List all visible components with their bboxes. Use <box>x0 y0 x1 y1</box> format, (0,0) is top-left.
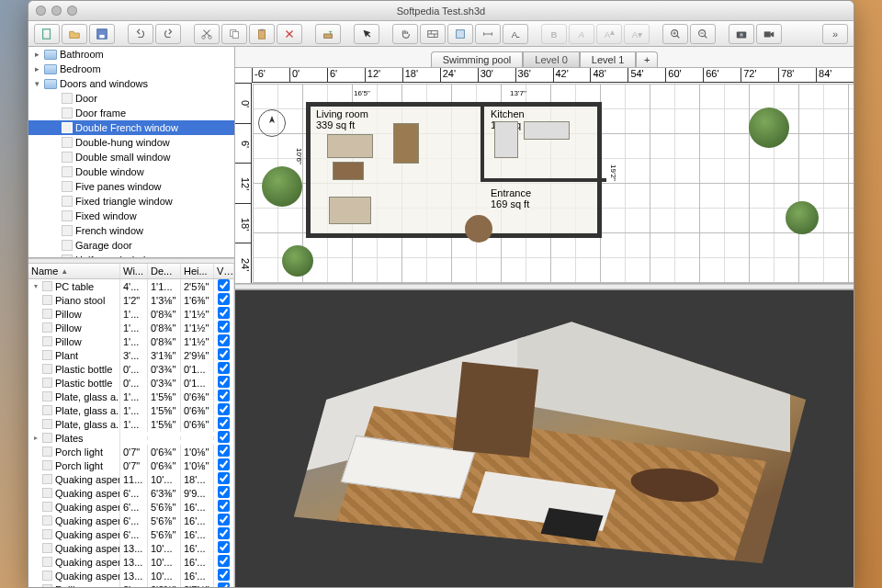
furniture-row[interactable]: Quaking aspen13...10'...16'... <box>28 555 234 569</box>
visible-checkbox[interactable] <box>218 334 230 346</box>
text-italic-button[interactable]: A <box>569 24 594 44</box>
col-height[interactable]: Hei... <box>181 264 214 278</box>
paste-button[interactable] <box>249 24 275 44</box>
visible-checkbox[interactable] <box>218 376 230 388</box>
furniture-row[interactable]: ▾PC table4'...1'1...2'5⅞" <box>28 279 234 293</box>
redo-button[interactable] <box>155 24 181 44</box>
plan-view[interactable]: -6'0'6'12'18'24'30'36'42'48'54'60'66'72'… <box>235 67 854 284</box>
visible-checkbox[interactable] <box>218 307 230 319</box>
furniture-row[interactable]: ▸Plates <box>28 431 234 445</box>
catalog-item[interactable]: Double-hung window <box>28 135 234 150</box>
visible-checkbox[interactable] <box>218 486 230 498</box>
catalog-item[interactable]: French window <box>28 223 234 238</box>
furniture-row[interactable]: Quaking aspen6'...5'6⅞"16'... <box>28 514 234 527</box>
furniture-row[interactable]: Piano stool1'2"1'3⅛"1'6⅜" <box>28 293 234 307</box>
catalog-item[interactable]: Five panes window <box>28 179 234 194</box>
catalog-item[interactable]: Double small window <box>28 150 234 164</box>
catalog-item[interactable]: Double French window <box>28 120 234 135</box>
tree-icon[interactable] <box>786 201 819 234</box>
tab-level-0[interactable]: Level 0 <box>523 51 579 67</box>
plan-canvas[interactable]: Living room339 sq ft Kitchen144 sq ft En… <box>253 84 854 283</box>
fridge-plan[interactable] <box>494 121 518 158</box>
visible-checkbox[interactable] <box>218 458 230 470</box>
visible-checkbox[interactable] <box>218 472 230 484</box>
sofa-plan[interactable] <box>327 134 373 158</box>
furniture-row[interactable]: Pillow1'...0'8¾"1'1½" <box>28 321 234 334</box>
furniture-row[interactable]: Plate, glass a...1'...1'5⅝"0'6⅜" <box>28 417 234 431</box>
furniture-row[interactable]: Railing3'...0'3⅜"2'7⅛" <box>28 582 234 587</box>
furniture-row[interactable]: Quaking aspen13...10'...16'... <box>28 569 234 582</box>
catalog-item[interactable]: Door <box>28 91 234 106</box>
catalog-item[interactable]: Door frame <box>28 106 234 120</box>
furniture-row[interactable]: Plastic bottle0'...0'3¾"0'1... <box>28 362 234 376</box>
zoom-out-button[interactable] <box>690 24 716 44</box>
visible-checkbox[interactable] <box>218 514 230 526</box>
counter-plan[interactable] <box>524 121 570 140</box>
close-icon[interactable] <box>36 6 46 16</box>
furniture-row[interactable]: Plant3'...3'1⅜"2'9⅛" <box>28 348 234 362</box>
furniture-row[interactable]: Porch light0'7"0'6¾"1'0⅛" <box>28 445 234 458</box>
furniture-row[interactable]: Plate, glass a...1'...1'5⅝"0'6⅜" <box>28 390 234 403</box>
furniture-row[interactable]: Quaking aspen6'...5'6⅞"16'... <box>28 527 234 541</box>
visible-checkbox[interactable] <box>218 403 230 415</box>
text-increase-button[interactable]: A▴ <box>596 24 622 44</box>
add-furniture-button[interactable] <box>315 24 341 44</box>
new-button[interactable] <box>34 24 60 44</box>
visible-checkbox[interactable] <box>218 555 230 567</box>
visible-checkbox[interactable] <box>218 417 230 429</box>
tree-icon[interactable] <box>282 245 313 277</box>
furniture-row[interactable]: Quaking aspen11...10'...18'... <box>28 472 234 486</box>
catalog-item[interactable]: Garage door <box>28 238 234 253</box>
round-table-plan[interactable] <box>465 215 492 243</box>
zoom-in-button[interactable] <box>662 24 688 44</box>
catalog-tree[interactable]: ▸Bathroom▸Bedroom▾Doors and windowsDoorD… <box>28 47 234 258</box>
table-plan[interactable] <box>333 162 364 180</box>
tree-icon[interactable] <box>749 107 789 148</box>
visible-checkbox[interactable] <box>218 321 230 333</box>
catalog-category[interactable]: ▸Bedroom <box>28 62 234 76</box>
furniture-row[interactable]: Plate, glass a...1'...1'5⅝"0'6⅜" <box>28 403 234 417</box>
3d-view[interactable] <box>235 289 854 587</box>
furniture-row[interactable]: Plastic bottle0'...0'3¾"0'1... <box>28 376 234 390</box>
cabinet-plan[interactable] <box>393 123 419 164</box>
col-name[interactable]: Name ▲ <box>28 264 120 278</box>
select-tool-button[interactable] <box>354 24 379 44</box>
text-decrease-button[interactable]: A▾ <box>624 24 650 44</box>
visible-checkbox[interactable] <box>218 362 230 374</box>
open-button[interactable] <box>62 24 87 44</box>
catalog-item[interactable]: Fixed triangle window <box>28 194 234 209</box>
visible-checkbox[interactable] <box>218 348 230 360</box>
cut-button[interactable] <box>194 24 220 44</box>
pan-tool-button[interactable] <box>392 24 418 44</box>
catalog-item[interactable]: Double window <box>28 164 234 179</box>
tree-icon[interactable] <box>262 166 302 207</box>
furniture-list[interactable]: Name ▲ Wi... De... Hei... Vi... ▾PC tabl… <box>28 264 234 587</box>
visible-checkbox[interactable] <box>218 500 230 512</box>
furniture-list-header[interactable]: Name ▲ Wi... De... Hei... Vi... <box>28 264 234 279</box>
tab-level-1[interactable]: Level 1 <box>580 51 636 67</box>
furniture-row[interactable]: Quaking aspen6'...6'3⅜"9'9... <box>28 486 234 500</box>
visible-checkbox[interactable] <box>218 527 230 539</box>
tab-swimming-pool[interactable]: Swimming pool <box>431 51 524 67</box>
minimize-icon[interactable] <box>51 6 62 16</box>
visible-checkbox[interactable] <box>218 431 230 443</box>
photo-button[interactable] <box>729 24 754 44</box>
house-outline[interactable]: Living room339 sq ft Kitchen144 sq ft En… <box>306 102 602 238</box>
visible-checkbox[interactable] <box>218 569 230 581</box>
visible-checkbox[interactable] <box>218 445 230 457</box>
col-visible[interactable]: Vi... <box>214 264 234 278</box>
undo-button[interactable] <box>128 24 153 44</box>
zoom-icon[interactable] <box>67 6 77 16</box>
delete-button[interactable] <box>277 24 302 44</box>
dining-plan[interactable] <box>329 197 371 224</box>
text-tool-button[interactable]: A <box>503 24 528 44</box>
visible-checkbox[interactable] <box>218 293 230 305</box>
catalog-item[interactable]: Fixed window <box>28 209 234 223</box>
copy-button[interactable] <box>221 24 247 44</box>
furniture-row[interactable]: Quaking aspen13...10'...16'... <box>28 541 234 555</box>
col-width[interactable]: Wi... <box>120 264 148 278</box>
save-button[interactable] <box>89 24 115 44</box>
visible-checkbox[interactable] <box>218 279 230 291</box>
room-tool-button[interactable] <box>447 24 473 44</box>
visible-checkbox[interactable] <box>218 582 230 587</box>
